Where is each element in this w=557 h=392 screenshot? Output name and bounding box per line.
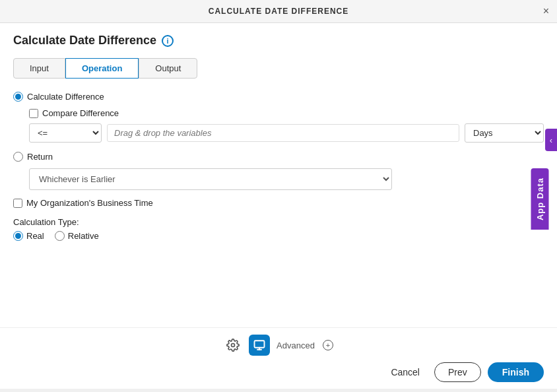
cancel-button[interactable]: Cancel (383, 363, 428, 381)
calculate-difference-radio[interactable] (13, 92, 23, 102)
dialog-title: CALCULATE DATE DIFFERENCE (209, 7, 349, 16)
calculate-difference-label[interactable]: Calculate Difference (27, 92, 104, 102)
advanced-label: Advanced (277, 341, 315, 350)
calculation-type-label: Calculation Type: (13, 217, 544, 227)
advanced-row: Advanced + (13, 335, 544, 356)
tab-input[interactable]: Input (13, 58, 65, 79)
return-section: Return Whichever is Earlier Whichever is… (13, 152, 544, 190)
return-label[interactable]: Return (27, 152, 53, 162)
return-select[interactable]: Whichever is Earlier Whichever is Later (29, 168, 392, 190)
finish-button[interactable]: Finish (488, 362, 544, 382)
calculation-type-options: Real Relative (13, 231, 544, 241)
plus-icon[interactable]: + (323, 340, 333, 350)
compare-fields-row: <= >= = < > Days Hours Minutes Seconds (29, 123, 544, 143)
bottom-bar: Advanced + Cancel Prev Finish (0, 327, 557, 389)
relative-radio[interactable] (55, 231, 65, 241)
title-bar: CALCULATE DATE DIFFERENCE × (0, 0, 557, 23)
org-business-time-row: My Organization's Business Time (13, 198, 544, 208)
app-data-tab[interactable]: App Data (531, 168, 549, 230)
relative-label[interactable]: Relative (68, 231, 99, 241)
org-business-time-checkbox[interactable] (13, 199, 22, 208)
relative-option: Relative (55, 231, 99, 241)
calculate-difference-radio-row: Calculate Difference (13, 92, 544, 102)
return-select-row: Whichever is Earlier Whichever is Later (29, 168, 544, 190)
real-label[interactable]: Real (26, 231, 44, 241)
drag-drop-input[interactable] (107, 124, 459, 142)
compare-difference-label[interactable]: Compare Difference (42, 108, 119, 118)
action-row: Cancel Prev Finish (13, 362, 544, 382)
compare-difference-checkbox[interactable] (29, 109, 38, 118)
tabs-row: Input Operation Output (13, 58, 544, 79)
gear-icon[interactable] (224, 336, 242, 354)
svg-rect-1 (255, 341, 265, 348)
close-button[interactable]: × (543, 6, 549, 16)
org-business-time-label[interactable]: My Organization's Business Time (26, 198, 153, 208)
info-icon[interactable]: i (162, 35, 174, 47)
calculation-type-section: Calculation Type: Real Relative (13, 217, 544, 241)
tab-output[interactable]: Output (139, 58, 197, 79)
app-data-chevron[interactable]: ‹ (545, 129, 557, 151)
return-radio-row: Return (13, 152, 544, 162)
return-radio[interactable] (13, 152, 23, 162)
svg-point-0 (232, 344, 235, 347)
page-title-row: Calculate Date Difference i (13, 34, 544, 48)
prev-button[interactable]: Prev (434, 362, 481, 382)
days-select[interactable]: Days Hours Minutes Seconds (465, 123, 544, 143)
calculate-difference-section: Calculate Difference Compare Difference … (13, 92, 544, 143)
page-title: Calculate Date Difference (13, 34, 156, 48)
operator-select[interactable]: <= >= = < > (29, 123, 102, 143)
real-option: Real (13, 231, 44, 241)
modal-body: Calculate Date Difference i Input Operat… (0, 23, 557, 389)
advanced-icon[interactable] (249, 335, 270, 356)
tab-operation[interactable]: Operation (65, 58, 139, 79)
compare-difference-row: Compare Difference (29, 108, 544, 118)
real-radio[interactable] (13, 231, 23, 241)
